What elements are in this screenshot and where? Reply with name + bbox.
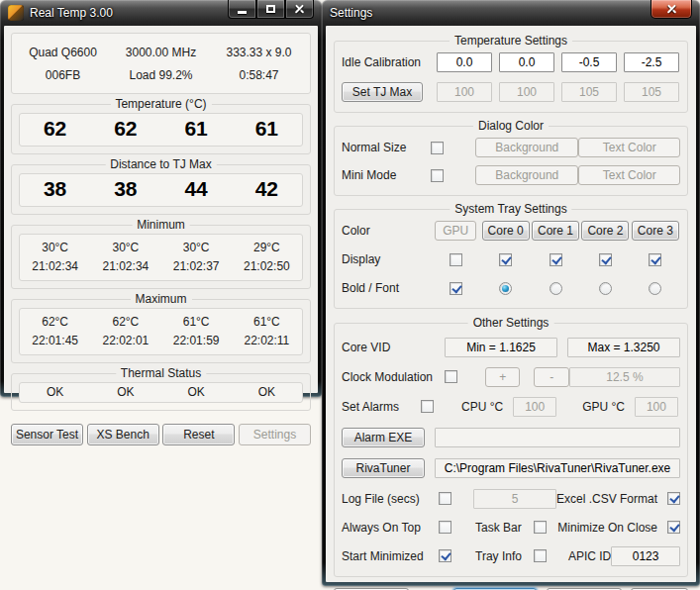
start-minimized-checkbox[interactable]	[439, 549, 451, 562]
max-temp-core1: 62°C	[90, 315, 160, 329]
display-gpu-checkbox[interactable]	[450, 253, 462, 266]
thermal-status-core3: OK	[232, 385, 302, 399]
core-vid-label: Core VID	[342, 341, 445, 354]
max-temp-core3: 61°C	[232, 315, 302, 329]
core1-color-button[interactable]: Core 1	[532, 221, 579, 241]
other-settings-group: Other Settings Core VID Min = 1.1625 Max…	[334, 323, 688, 577]
core2-color-button[interactable]: Core 2	[581, 221, 629, 241]
idle-calibration-core1-input[interactable]: 0.0	[499, 52, 554, 72]
tj-max-core3-field: 105	[624, 82, 679, 102]
thermal-status-core2: OK	[161, 385, 232, 399]
idle-calibration-core3-input[interactable]: -2.5	[624, 52, 679, 72]
min-time-core3: 21:02:50	[232, 259, 302, 273]
cpu-name: Quad Q6600	[14, 46, 112, 59]
tray-display-label: Display	[342, 252, 431, 266]
mini-mode-label: Mini Mode	[342, 168, 431, 182]
set-tj-max-button[interactable]: Set TJ Max	[342, 82, 423, 102]
core0-temperature: 62	[20, 117, 90, 141]
xs-bench-button[interactable]: XS Bench	[87, 424, 159, 445]
maximum-group-title: Maximum	[130, 292, 191, 306]
temperature-settings-group: Temperature Settings Idle Calibration 0.…	[334, 41, 688, 113]
cpu-clock: 3000.00 MHz	[112, 46, 210, 59]
clock-modulation-checkbox[interactable]	[445, 370, 457, 383]
core-vid-min-field: Min = 1.1625	[445, 338, 557, 357]
bold-font-label: Bold / Font	[342, 281, 431, 295]
maximize-button[interactable]	[256, 0, 285, 19]
max-time-core2: 22:01:59	[161, 334, 232, 347]
reset-button[interactable]: Reset	[162, 424, 235, 445]
close-button[interactable]	[285, 0, 314, 19]
dialog-color-group: Dialog Color Normal Size Background Text…	[334, 126, 688, 196]
minimize-button[interactable]	[228, 0, 256, 19]
display-core1-checkbox[interactable]	[550, 253, 562, 266]
core3-distance: 42	[232, 177, 302, 201]
font-core0-radio[interactable]	[499, 282, 512, 295]
display-core2-checkbox[interactable]	[599, 253, 612, 266]
modulation-minus-button: -	[534, 367, 568, 387]
temperature-settings-title: Temperature Settings	[450, 34, 572, 48]
tj-max-core2-field: 105	[561, 82, 617, 102]
rivatuner-button[interactable]: RivaTuner	[342, 458, 425, 478]
core3-color-button[interactable]: Core 3	[632, 221, 679, 241]
mini-mode-checkbox[interactable]	[431, 169, 444, 182]
cpu-info-panel: Quad Q6600 3000.00 MHz 333.33 x 9.0 006F…	[11, 33, 311, 94]
settings-window: Settings Temperature Settings Idle Calib…	[322, 0, 700, 586]
display-core3-checkbox[interactable]	[649, 253, 661, 266]
cpu-load: Load 99.2%	[112, 68, 210, 82]
other-settings-title: Other Settings	[468, 316, 554, 330]
modulation-value-field: 12.5 %	[569, 367, 680, 387]
alarm-exe-button[interactable]: Alarm EXE	[342, 428, 425, 447]
normal-size-checkbox[interactable]	[431, 142, 444, 154]
font-core2-radio[interactable]	[599, 282, 612, 295]
excel-csv-checkbox[interactable]	[667, 492, 680, 505]
idle-calibration-core2-input[interactable]: -0.5	[561, 52, 617, 72]
cpu-id: 006FB	[14, 68, 112, 82]
core0-color-button[interactable]: Core 0	[482, 221, 530, 241]
settings-titlebar[interactable]: Settings	[322, 0, 700, 26]
system-tray-title: System Tray Settings	[450, 202, 571, 216]
normal-text-color-button: Text Color	[578, 138, 680, 157]
set-alarms-label: Set Alarms	[342, 400, 409, 414]
tray-info-checkbox[interactable]	[534, 549, 547, 562]
gpu-alarm-label: GPU °C	[582, 400, 625, 414]
sensor-test-button[interactable]: Sensor Test	[11, 424, 83, 445]
task-bar-label: Task Bar	[475, 521, 522, 535]
idle-calibration-core0-input[interactable]: 0.0	[437, 52, 492, 72]
realtemp-client-area: Quad Q6600 3000.00 MHz 333.33 x 9.0 006F…	[4, 26, 318, 393]
settings-close-button[interactable]	[650, 0, 692, 19]
settings-client-area: Temperature Settings Idle Calibration 0.…	[326, 26, 696, 582]
thermal-status-title: Thermal Status	[116, 366, 206, 380]
maximum-group: Maximum 62°C 62°C 61°C 61°C 22:01:45 22:…	[11, 299, 311, 363]
font-core1-radio[interactable]	[550, 282, 562, 295]
set-alarms-checkbox[interactable]	[421, 400, 434, 413]
max-time-core3: 22:02:11	[232, 334, 302, 347]
cpu-alarm-label: CPU °C	[461, 400, 503, 414]
alarm-exe-path-field[interactable]	[435, 428, 680, 447]
minimize-icon	[238, 11, 247, 14]
always-on-top-checkbox[interactable]	[439, 521, 451, 534]
apic-id-label: APIC ID	[568, 549, 611, 563]
display-core0-checkbox[interactable]	[499, 253, 512, 266]
font-core3-radio[interactable]	[649, 282, 661, 295]
start-minimized-label: Start Minimized	[342, 549, 429, 563]
realtemp-window: Real Temp 3.00 Quad Q6600 3000.00 MHz 33…	[0, 0, 322, 397]
min-temp-core2: 30°C	[161, 241, 232, 254]
min-time-core1: 21:02:34	[90, 259, 160, 273]
minimize-on-close-label: Minimize On Close	[557, 521, 657, 535]
bold-font-checkbox[interactable]	[450, 282, 462, 295]
normal-size-label: Normal Size	[342, 141, 431, 154]
rivatuner-path-field[interactable]: C:\Program Files\RivaTuner\RivaTuner.exe	[435, 458, 680, 478]
task-bar-checkbox[interactable]	[534, 521, 547, 534]
excel-csv-label: Excel .CSV Format	[556, 492, 657, 506]
max-temp-core2: 61°C	[161, 315, 232, 329]
tray-color-label: Color	[342, 224, 431, 238]
log-interval-field: 5	[473, 489, 556, 509]
minimize-on-close-checkbox[interactable]	[667, 521, 680, 534]
core1-distance: 38	[90, 177, 160, 201]
log-file-label: Log File (secs)	[342, 492, 429, 506]
settings-button: Settings	[239, 424, 311, 445]
gpu-alarm-field: 100	[635, 397, 678, 417]
cpu-alarm-field: 100	[513, 397, 556, 417]
core1-temperature: 62	[90, 117, 160, 141]
log-file-checkbox[interactable]	[439, 492, 451, 505]
